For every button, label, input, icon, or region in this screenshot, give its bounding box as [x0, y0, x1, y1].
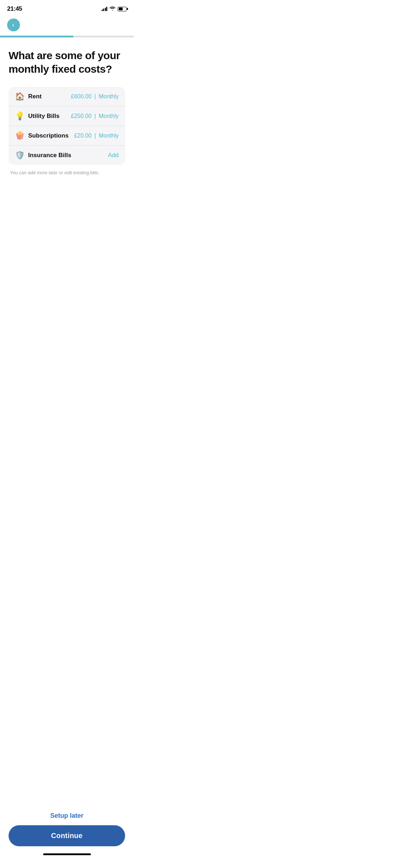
utility-amount: £250.00 — [71, 113, 92, 119]
rent-emoji: 🏠 — [15, 93, 25, 100]
status-time: 21:45 — [7, 5, 22, 12]
bill-left-insurance: 🛡️ Insurance Bills — [15, 151, 71, 159]
insurance-add-row: Add — [108, 152, 119, 159]
insurance-label: Insurance Bills — [28, 152, 71, 159]
rent-amount: £600.00 — [71, 93, 92, 100]
status-bar: 21:45 — [0, 0, 134, 16]
insurance-emoji: 🛡️ — [15, 151, 25, 159]
subscriptions-emoji: 🍿 — [15, 132, 25, 140]
main-content: What are some of your monthly fixed cost… — [0, 37, 134, 175]
list-item[interactable]: 🏠 Rent £600.00 | Monthly — [9, 87, 125, 107]
progress-bar-fill — [0, 36, 73, 37]
bill-left-rent: 🏠 Rent — [15, 93, 42, 100]
signal-icon — [102, 7, 108, 11]
rent-separator: | — [94, 93, 96, 100]
bill-left-subscriptions: 🍿 Subscriptions — [15, 132, 68, 140]
subscriptions-separator: | — [94, 133, 96, 139]
rent-label: Rent — [28, 93, 42, 100]
back-button[interactable]: ‹ — [7, 19, 20, 31]
battery-icon — [118, 7, 127, 11]
utility-separator: | — [94, 113, 96, 119]
subscriptions-frequency: Monthly — [99, 133, 119, 139]
subscriptions-amount: £20.00 — [74, 133, 92, 139]
utility-emoji: 💡 — [15, 112, 25, 120]
wifi-icon — [109, 6, 115, 12]
rent-frequency: Monthly — [99, 93, 119, 100]
helper-text: You can add more later or edit existing … — [9, 170, 125, 175]
list-item[interactable]: 🍿 Subscriptions £20.00 | Monthly — [9, 126, 125, 146]
list-item[interactable]: 🛡️ Insurance Bills Add — [9, 146, 125, 165]
subscriptions-value-row: £20.00 | Monthly — [74, 133, 119, 139]
utility-frequency: Monthly — [99, 113, 119, 119]
subscriptions-label: Subscriptions — [28, 132, 68, 139]
nav-row: ‹ — [0, 16, 134, 34]
status-icons — [102, 6, 127, 12]
rent-value-row: £600.00 | Monthly — [71, 93, 119, 100]
bills-card: 🏠 Rent £600.00 | Monthly 💡 Utility Bills… — [9, 87, 125, 165]
list-item[interactable]: 💡 Utility Bills £250.00 | Monthly — [9, 107, 125, 126]
utility-label: Utility Bills — [28, 113, 60, 120]
page-title: What are some of your monthly fixed cost… — [9, 49, 125, 76]
bill-left-utility: 💡 Utility Bills — [15, 112, 60, 120]
insurance-add-button[interactable]: Add — [108, 152, 119, 159]
utility-value-row: £250.00 | Monthly — [71, 113, 119, 119]
back-chevron-icon: ‹ — [12, 22, 14, 28]
